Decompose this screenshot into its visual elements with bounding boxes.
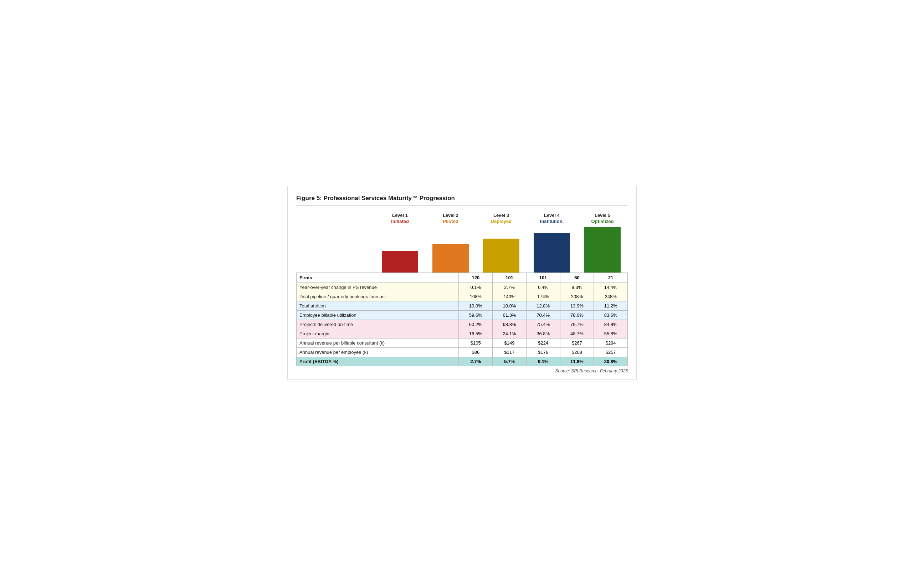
bar-level5: [584, 227, 621, 272]
level-sublabel: Deployed: [476, 219, 526, 224]
table-row: Projects delivered on-time60.2%68.8%75.4…: [297, 320, 628, 329]
metric-value: $267: [560, 338, 594, 347]
table-row: Total attrition10.0%10.0%12.8%13.9%11.2%: [297, 301, 628, 310]
bar-col-level1: [375, 226, 425, 272]
level-label: Level 4: [526, 213, 577, 218]
metric-value: 140%: [493, 292, 526, 301]
metric-value: 174%: [526, 292, 560, 301]
level-sublabel: Piloted: [425, 219, 476, 224]
level-header-level1: Level 1 Initiated: [375, 213, 425, 226]
level-header-level4: Level 4 Institution.: [526, 213, 577, 226]
metric-value: 79.7%: [560, 320, 594, 329]
firms-value-level5: 21: [594, 272, 628, 282]
metric-label: Project margin: [297, 329, 459, 338]
bar-level1: [382, 251, 418, 272]
metric-value: 55.8%: [594, 329, 628, 338]
metric-value: $294: [594, 338, 628, 347]
metric-value: $86: [459, 347, 493, 357]
metric-value: 20.8%: [594, 357, 628, 366]
metric-value: 16.5%: [459, 329, 493, 338]
metric-value: 208%: [560, 292, 594, 301]
main-container: Figure 5: Professional Services Maturity…: [287, 186, 637, 380]
bar-chart-row: [375, 226, 628, 272]
level-header-level2: Level 2 Piloted: [425, 213, 476, 226]
table-row: Deal pipeline / quarterly bookings forec…: [297, 292, 628, 301]
bar-level4: [534, 233, 570, 272]
figure-title: Figure 5: Professional Services Maturity…: [296, 195, 628, 206]
table-row: Profit (EBITDA %)2.7%5.7%9.1%11.8%20.8%: [297, 357, 628, 366]
level-label: Level 3: [476, 213, 526, 218]
metric-value: 10.0%: [459, 301, 493, 310]
metric-value: $224: [526, 338, 560, 347]
level-sublabel: Institution.: [526, 219, 577, 224]
level-header-level5: Level 5 Optimized: [577, 213, 628, 226]
table-row: Employee billable utilization59.6%61.3%7…: [297, 310, 628, 320]
metric-value: 5.7%: [493, 357, 526, 366]
bar-col-level4: [526, 226, 577, 272]
bar-col-level3: [476, 226, 526, 272]
metric-value: 68.8%: [493, 320, 526, 329]
bar-col-level5: [577, 226, 628, 272]
metric-label: Projects delivered on-time: [297, 320, 459, 329]
metric-value: 6.4%: [526, 282, 560, 292]
metric-value: 2.7%: [459, 357, 493, 366]
metric-value: 11.8%: [560, 357, 594, 366]
metric-value: 84.8%: [594, 320, 628, 329]
table-row: Year-over-year change in PS revenue0.1%2…: [297, 282, 628, 292]
metric-label: Employee billable utilization: [297, 310, 459, 320]
table-row: Annual revenue per billable consultant (…: [297, 338, 628, 347]
metric-value: 36.8%: [526, 329, 560, 338]
metric-value: $105: [459, 338, 493, 347]
level-sublabel: Initiated: [375, 219, 425, 224]
chart-table-wrapper: Level 1 Initiated Level 2 Piloted Level …: [296, 213, 628, 366]
metric-label: Year-over-year change in PS revenue: [297, 282, 459, 292]
metric-value: 70.4%: [526, 310, 560, 320]
metric-value: 10.0%: [493, 301, 526, 310]
bar-col-level2: [425, 226, 476, 272]
firms-value-level3: 101: [526, 272, 560, 282]
bar-level3: [483, 239, 519, 272]
level-label: Level 5: [577, 213, 628, 218]
table-row: Annual revenue per employee (k)$86$117$1…: [297, 347, 628, 357]
firms-value-level1: 120: [459, 272, 493, 282]
metric-value: 248%: [594, 292, 628, 301]
metric-value: 12.8%: [526, 301, 560, 310]
bar-level2: [432, 244, 469, 272]
metric-value: 13.9%: [560, 301, 594, 310]
metric-value: 83.6%: [594, 310, 628, 320]
firms-value-level2: 101: [493, 272, 526, 282]
metric-value: $208: [560, 347, 594, 357]
metric-value: 9.1%: [526, 357, 560, 366]
levels-header: Level 1 Initiated Level 2 Piloted Level …: [375, 213, 628, 226]
metric-value: 11.2%: [594, 301, 628, 310]
metric-value: 78.0%: [560, 310, 594, 320]
level-sublabel: Optimized: [577, 219, 628, 224]
metric-value: 9.3%: [560, 282, 594, 292]
metric-value: 0.1%: [459, 282, 493, 292]
metric-value: 60.2%: [459, 320, 493, 329]
maturity-table: Firms 1201011016021 Year-over-year chang…: [296, 272, 628, 366]
metric-value: 61.3%: [493, 310, 526, 320]
metric-value: $117: [493, 347, 526, 357]
metric-value: 48.7%: [560, 329, 594, 338]
metric-value: $176: [526, 347, 560, 357]
metric-label: Annual revenue per billable consultant (…: [297, 338, 459, 347]
metric-label: Total attrition: [297, 301, 459, 310]
metric-value: 14.4%: [594, 282, 628, 292]
metric-value: 24.1%: [493, 329, 526, 338]
metric-value: 75.4%: [526, 320, 560, 329]
source-line: Source: SPI Research, February 2025: [296, 368, 628, 373]
metric-value: $149: [493, 338, 526, 347]
firms-col-header: Firms: [297, 272, 459, 282]
metric-value: $257: [594, 347, 628, 357]
metric-value: 108%: [459, 292, 493, 301]
table-row: Project margin16.5%24.1%36.8%48.7%55.8%: [297, 329, 628, 338]
metric-value: 2.7%: [493, 282, 526, 292]
metric-value: 59.6%: [459, 310, 493, 320]
firms-value-level4: 60: [560, 272, 594, 282]
level-header-level3: Level 3 Deployed: [476, 213, 526, 226]
level-label: Level 1: [375, 213, 425, 218]
metric-label: Annual revenue per employee (k): [297, 347, 459, 357]
level-label: Level 2: [425, 213, 476, 218]
metric-label: Deal pipeline / quarterly bookings forec…: [297, 292, 459, 301]
